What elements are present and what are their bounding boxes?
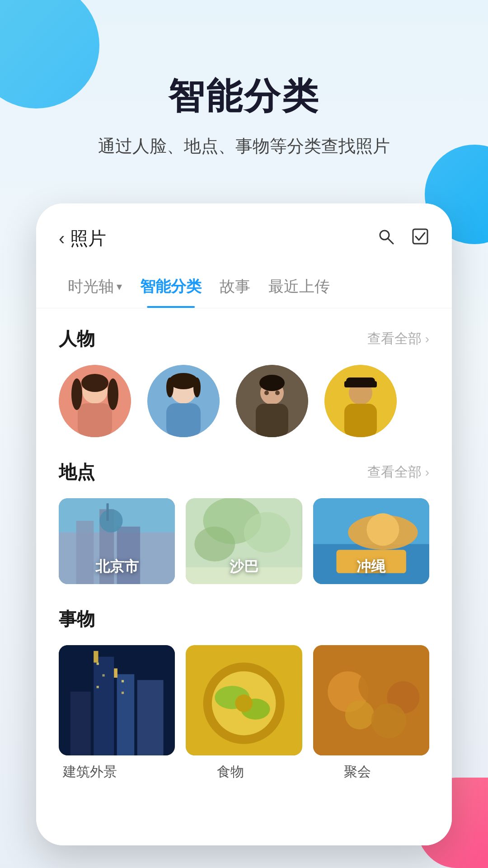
phone-mockup: ‹ 照片 — [36, 203, 452, 845]
people-section-header: 人物 查看全部 › — [59, 326, 429, 351]
places-see-all-btn[interactable]: 查看全部 › — [367, 463, 429, 481]
svg-point-19 — [264, 391, 269, 395]
svg-rect-45 — [117, 674, 135, 755]
svg-rect-48 — [94, 651, 98, 663]
svg-rect-25 — [344, 381, 377, 387]
shaba-label: 沙巴 — [230, 557, 258, 577]
okinawa-label: 冲绳 — [357, 557, 385, 577]
svg-point-14 — [193, 377, 201, 397]
party-label: 聚会 — [344, 763, 371, 781]
things-row: 建筑外景 — [59, 645, 429, 781]
svg-rect-11 — [166, 403, 201, 437]
svg-rect-28 — [76, 521, 94, 584]
header-section: 智能分类 通过人脸、地点、事物等分类查找照片 — [0, 0, 488, 185]
svg-point-36 — [195, 527, 235, 561]
search-icon[interactable] — [377, 227, 395, 250]
architecture-label: 建筑外景 — [63, 763, 117, 781]
svg-point-18 — [259, 375, 285, 391]
party-bg — [313, 645, 429, 755]
things-title: 事物 — [59, 607, 95, 632]
svg-rect-54 — [122, 692, 124, 694]
svg-rect-47 — [137, 680, 164, 755]
main-title: 智能分类 — [0, 72, 488, 121]
svg-point-6 — [71, 378, 82, 410]
person-avatar-2[interactable] — [147, 365, 220, 437]
svg-point-35 — [244, 512, 291, 553]
place-card-beijing[interactable]: 北京市 — [59, 498, 175, 584]
svg-point-8 — [81, 374, 108, 392]
svg-rect-50 — [97, 663, 99, 665]
svg-point-20 — [275, 391, 280, 395]
svg-rect-46 — [70, 692, 91, 756]
avatar-image-2 — [147, 365, 220, 437]
people-section: 人物 查看全部 › — [59, 326, 429, 437]
avatar-image-4 — [324, 365, 397, 437]
select-icon[interactable] — [411, 227, 429, 250]
phone-container: ‹ 照片 — [36, 203, 452, 868]
svg-point-66 — [371, 703, 406, 738]
svg-rect-32 — [107, 503, 109, 521]
food-bg — [186, 645, 302, 755]
svg-rect-53 — [122, 680, 124, 682]
things-section: 事物 — [59, 607, 429, 781]
thing-card-architecture[interactable] — [59, 645, 175, 755]
content-area: 人物 查看全部 › — [36, 308, 452, 845]
svg-point-41 — [366, 513, 399, 546]
places-title: 地点 — [59, 460, 95, 485]
tab-story[interactable]: 故事 — [211, 269, 259, 308]
person-avatar-4[interactable] — [324, 365, 397, 437]
svg-rect-49 — [114, 668, 117, 678]
people-row — [59, 365, 429, 437]
svg-line-1 — [388, 238, 393, 244]
places-see-all-arrow-icon: › — [425, 465, 429, 480]
tabs-row: 时光轴 ▾ 智能分类 故事 最近上传 — [36, 260, 452, 308]
tab-timeline-label: 时光轴 ▾ — [68, 276, 122, 297]
people-see-all-btn[interactable]: 查看全部 › — [367, 330, 429, 348]
people-title: 人物 — [59, 326, 95, 351]
tab-smart-classify[interactable]: 智能分类 — [131, 269, 211, 308]
svg-rect-23 — [344, 404, 377, 437]
svg-point-7 — [108, 378, 118, 410]
sub-title: 通过人脸、地点、事物等分类查找照片 — [0, 135, 488, 158]
places-section-header: 地点 查看全部 › — [59, 460, 429, 485]
svg-rect-44 — [94, 657, 114, 756]
things-section-header: 事物 — [59, 607, 429, 632]
tab-timeline[interactable]: 时光轴 ▾ — [59, 269, 131, 308]
see-all-arrow-icon: › — [425, 332, 429, 346]
header-icons — [377, 227, 429, 250]
person-avatar-3[interactable] — [236, 365, 308, 437]
food-label: 食物 — [217, 763, 244, 781]
person-avatar-1[interactable] — [59, 365, 131, 437]
svg-rect-52 — [97, 686, 99, 688]
avatar-image-3 — [236, 365, 308, 437]
dropdown-arrow-icon: ▾ — [117, 280, 122, 293]
place-card-okinawa[interactable]: 冲绳 — [313, 498, 429, 584]
tab-recent-upload[interactable]: 最近上传 — [259, 269, 339, 308]
beijing-label: 北京市 — [95, 557, 139, 577]
places-section: 地点 查看全部 › — [59, 460, 429, 584]
svg-point-13 — [166, 377, 174, 397]
thing-card-food[interactable] — [186, 645, 302, 755]
svg-point-65 — [345, 700, 374, 729]
places-row: 北京市 沙巴 — [59, 498, 429, 584]
svg-rect-17 — [256, 404, 288, 437]
svg-point-31 — [99, 509, 122, 532]
thing-card-party[interactable] — [313, 645, 429, 755]
svg-rect-51 — [102, 674, 104, 676]
place-card-shaba[interactable]: 沙巴 — [186, 498, 302, 584]
phone-nav-bar: ‹ 照片 — [36, 203, 452, 260]
avatar-image-1 — [59, 365, 131, 437]
back-button[interactable]: ‹ 照片 — [59, 226, 106, 251]
back-chevron-icon: ‹ — [59, 228, 65, 249]
svg-point-60 — [235, 694, 253, 712]
svg-rect-5 — [78, 403, 112, 437]
architecture-bg — [59, 645, 175, 755]
nav-title: 照片 — [70, 226, 106, 251]
